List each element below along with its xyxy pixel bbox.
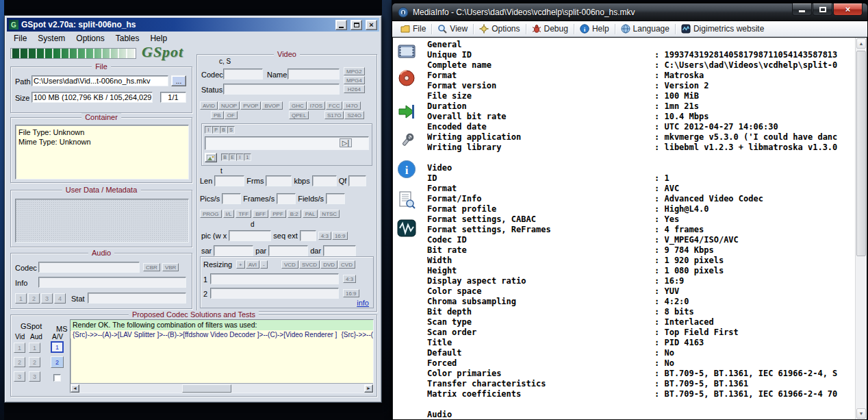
scan-mode-button[interactable]: PPF — [270, 210, 286, 218]
frame-type-box[interactable]: P — [212, 126, 220, 134]
video-status-input[interactable] — [223, 84, 340, 95]
close-button[interactable]: × — [366, 20, 377, 30]
pic-size-input[interactable] — [229, 230, 271, 241]
qf-input[interactable] — [348, 175, 366, 186]
frame-type-box[interactable]: B — [220, 126, 227, 134]
pics-input[interactable] — [222, 193, 241, 204]
audio-track-button[interactable]: 2 — [28, 293, 40, 304]
menu-item[interactable]: File — [8, 32, 32, 45]
maximize-button[interactable] — [350, 20, 362, 30]
video-flag-button[interactable]: I47O — [343, 101, 360, 110]
aud-test-button[interactable]: 2 — [29, 357, 40, 367]
video-flag-button[interactable]: BVOP — [261, 101, 282, 110]
video-flag-button[interactable]: FCC — [326, 101, 342, 110]
minimize-button[interactable] — [335, 20, 347, 30]
audio-stat-input[interactable] — [88, 293, 186, 304]
ms-av-test-button[interactable]: 2 — [51, 356, 64, 368]
menu-item[interactable]: Options — [71, 32, 110, 45]
resize-mode-button[interactable]: AVI — [246, 260, 259, 269]
scan-mode-button[interactable]: I/L — [223, 210, 235, 218]
frames-input[interactable] — [277, 193, 296, 204]
frame-type-box[interactable]: S — [227, 126, 235, 134]
info-icon[interactable]: i — [397, 160, 416, 179]
waveform-icon[interactable] — [397, 219, 416, 238]
close-button[interactable]: × — [833, 3, 863, 16]
resize-mode-button[interactable]: - — [260, 260, 268, 269]
video-flag-button[interactable]: NUOP — [218, 101, 240, 110]
media-file-icon[interactable] — [397, 42, 416, 61]
aspect-ratio-button[interactable]: 4:3 — [343, 275, 356, 283]
toolbar-item-file[interactable]: File — [396, 23, 430, 34]
scroll-right-icon[interactable]: ► — [364, 384, 373, 393]
ms-av-test-button[interactable]: 1 — [51, 341, 64, 353]
video-flag-button[interactable]: AVID — [200, 101, 218, 110]
gop-mini-box[interactable]: E — [229, 153, 236, 161]
menu-item[interactable]: System — [32, 32, 71, 45]
browse-button[interactable]: ... — [171, 75, 186, 86]
toolbar-item-help[interactable]: i Help — [576, 23, 613, 34]
audio-track-button[interactable]: 4 — [54, 293, 66, 304]
maximize-button[interactable] — [813, 3, 832, 16]
dar-input[interactable] — [323, 245, 356, 256]
seqext-input[interactable] — [300, 230, 316, 241]
scan-mode-button[interactable]: BFF — [253, 210, 268, 218]
aspect-ratio-button[interactable]: 16:9 — [332, 232, 348, 240]
tools-icon[interactable] — [397, 132, 416, 151]
par-input[interactable] — [268, 245, 308, 256]
scroll-down-icon[interactable]: ▼ — [856, 408, 866, 419]
gop-mini-box[interactable]: 1 — [244, 153, 251, 161]
minimize-button[interactable] — [792, 3, 812, 16]
frame-type-box[interactable]: I — [205, 126, 212, 134]
ms-checkbox[interactable] — [53, 374, 61, 382]
audio-info-input[interactable] — [38, 277, 186, 288]
vid-test-button[interactable]: 1 — [14, 343, 25, 353]
toolbar-item-debug[interactable]: Debug — [528, 23, 572, 34]
video-flag-button[interactable]: S17O — [324, 111, 344, 119]
scan-mode-button[interactable]: B:2 — [288, 210, 301, 218]
results-horizontal-scrollbar[interactable]: ◄ ► — [71, 383, 373, 393]
format-standard-button[interactable]: MPG2 — [344, 67, 365, 75]
vertical-scrollbar[interactable]: ▲ ▼ — [855, 38, 867, 419]
resize-row1-input[interactable] — [210, 273, 339, 284]
toolbar-item-options[interactable]: Options — [475, 23, 524, 34]
audio-codec-input[interactable] — [38, 262, 140, 273]
scan-mode-button[interactable]: TFF — [235, 210, 251, 218]
aud-test-button[interactable]: 1 — [29, 343, 40, 353]
disc-icon[interactable] — [397, 69, 416, 88]
disc-target-button[interactable]: DVD — [320, 260, 337, 269]
vid-test-button[interactable]: 2 — [14, 357, 25, 367]
video-codec-input[interactable] — [223, 69, 263, 79]
aspect-ratio-button[interactable]: 16:9 — [343, 289, 359, 297]
scan-mode-button[interactable]: NTSC — [319, 210, 340, 218]
gspot-titlebar[interactable]: G GSpot v2.70a: split-006no_hs × — [7, 18, 379, 32]
toolbar-item-view[interactable]: View — [433, 23, 472, 34]
scan-mode-button[interactable]: PAL — [303, 210, 318, 218]
video-flag-button[interactable]: S24O — [344, 111, 363, 119]
aspect-ratio-button[interactable]: 4:3 — [318, 232, 331, 240]
kbps-input[interactable] — [312, 175, 337, 186]
info-link[interactable]: info — [357, 299, 369, 307]
format-standard-button[interactable]: H264 — [344, 85, 365, 93]
video-flag-button[interactable]: QPEL — [289, 111, 309, 119]
toolbar-item-language[interactable]: Language — [617, 23, 674, 34]
aud-test-button[interactable]: 3 — [29, 371, 40, 382]
export-icon[interactable] — [397, 102, 416, 121]
len-input[interactable] — [214, 175, 244, 186]
scroll-left-icon[interactable]: ◄ — [71, 384, 79, 393]
path-input[interactable]: C:\Users\dad\Vid...t-006no_hs.mkv — [31, 75, 168, 86]
audio-track-button[interactable]: 3 — [41, 293, 53, 304]
toolbar-item-digimetrics[interactable]: Digimetrics website — [677, 23, 768, 34]
scroll-up-icon[interactable]: ▲ — [856, 38, 866, 49]
gop-mini-box[interactable]: I — [236, 153, 244, 161]
video-flag-button[interactable]: I7OS — [307, 101, 325, 110]
vid-test-button[interactable]: 3 — [14, 371, 25, 382]
resize-mode-button[interactable]: + — [236, 260, 245, 269]
disc-target-button[interactable]: SVCD — [299, 260, 320, 269]
video-flag-button[interactable]: OF — [225, 111, 238, 119]
resize-row2-input[interactable] — [210, 288, 339, 299]
scrollbar-thumb[interactable] — [856, 51, 866, 256]
sar-input[interactable] — [214, 245, 253, 256]
audio-track-button[interactable]: 1 — [15, 293, 27, 304]
scan-mode-button[interactable]: PROG — [200, 210, 222, 218]
video-flag-button[interactable]: GHC — [289, 101, 307, 110]
